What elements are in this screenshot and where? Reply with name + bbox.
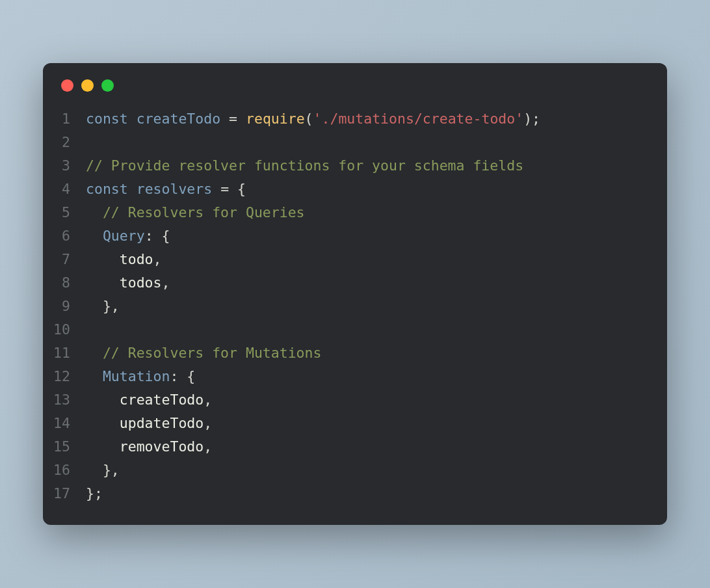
code-content[interactable] (86, 318, 94, 341)
line-number: 14 (43, 412, 86, 435)
code-token: = (220, 181, 229, 197)
code-token (86, 368, 103, 384)
close-icon[interactable] (61, 79, 73, 92)
window-titlebar (43, 63, 667, 103)
code-content[interactable]: // Provide resolver functions for your s… (86, 154, 523, 178)
line-number: 3 (43, 154, 86, 178)
line-number: 6 (43, 224, 86, 248)
line-number: 17 (43, 482, 86, 505)
code-line[interactable]: 2 (43, 131, 667, 154)
line-number: 13 (43, 388, 86, 412)
code-token (212, 181, 220, 197)
code-token (220, 111, 229, 127)
code-content[interactable]: // Resolvers for Mutations (86, 341, 321, 365)
line-number: 5 (43, 201, 86, 224)
code-token (237, 111, 246, 127)
code-line[interactable]: 15 removeTodo, (43, 435, 667, 459)
code-token: { (229, 181, 246, 197)
code-token (86, 392, 120, 408)
code-token: : { (145, 228, 170, 244)
code-token: , (204, 438, 212, 455)
code-line[interactable]: 5 // Resolvers for Queries (43, 201, 667, 224)
code-line[interactable]: 3// Provide resolver functions for your … (43, 154, 667, 178)
code-token: createTodo (137, 111, 220, 127)
code-content[interactable]: // Resolvers for Queries (86, 201, 305, 224)
code-line[interactable]: 10 (43, 318, 667, 341)
code-token: todo (120, 251, 153, 267)
code-token: }, (86, 462, 120, 478)
code-token: const (86, 181, 128, 197)
code-content[interactable]: todos, (86, 271, 170, 295)
code-content[interactable]: }; (86, 482, 103, 505)
code-line[interactable]: 14 updateTodo, (43, 412, 667, 435)
code-token (128, 111, 137, 127)
code-window: 1const createTodo = require('./mutations… (43, 63, 667, 525)
code-token: Query (103, 228, 145, 244)
code-token: resolvers (137, 181, 213, 197)
code-content[interactable]: createTodo, (86, 388, 212, 412)
code-content[interactable]: removeTodo, (86, 435, 212, 459)
code-token: }, (86, 298, 120, 314)
code-token: todos (120, 274, 162, 291)
line-number: 10 (43, 318, 86, 341)
line-number: 11 (43, 341, 86, 365)
code-content[interactable]: updateTodo, (86, 412, 212, 435)
code-token: = (229, 111, 237, 127)
code-token: const (86, 111, 128, 127)
code-line[interactable]: 16 }, (43, 459, 667, 482)
code-token: removeTodo (120, 438, 204, 455)
code-token (86, 204, 103, 220)
code-token (86, 438, 120, 455)
code-token: createTodo (120, 392, 204, 408)
code-token: // Provide resolver functions for your s… (86, 157, 523, 174)
code-content[interactable]: const resolvers = { (86, 178, 246, 201)
code-token: updateTodo (120, 415, 204, 431)
code-token: : { (170, 368, 195, 384)
code-line[interactable]: 7 todo, (43, 248, 667, 271)
code-token (86, 415, 120, 431)
code-token (86, 274, 120, 291)
code-token: , (204, 392, 212, 408)
code-line[interactable]: 13 createTodo, (43, 388, 667, 412)
line-number: 16 (43, 459, 86, 482)
code-line[interactable]: 4const resolvers = { (43, 178, 667, 201)
code-token: // Resolvers for Queries (103, 204, 305, 220)
zoom-icon[interactable] (101, 79, 114, 92)
code-content[interactable]: todo, (86, 248, 162, 271)
code-token: ); (523, 111, 540, 127)
code-editor[interactable]: 1const createTodo = require('./mutations… (43, 103, 667, 505)
code-token: }; (86, 485, 103, 501)
line-number: 15 (43, 435, 86, 459)
code-token: , (153, 251, 162, 267)
code-content[interactable]: }, (86, 459, 120, 482)
code-token: Mutation (103, 368, 170, 384)
code-token: , (204, 415, 212, 431)
line-number: 4 (43, 178, 86, 201)
code-token (86, 251, 120, 267)
line-number: 1 (43, 107, 86, 131)
code-line[interactable]: 17}; (43, 482, 667, 505)
code-line[interactable]: 11 // Resolvers for Mutations (43, 341, 667, 365)
code-token: ( (305, 111, 313, 127)
code-line[interactable]: 12 Mutation: { (43, 365, 667, 388)
line-number: 8 (43, 271, 86, 295)
code-content[interactable] (86, 131, 94, 154)
line-number: 2 (43, 131, 86, 154)
line-number: 9 (43, 295, 86, 318)
code-content[interactable]: Query: { (86, 224, 170, 248)
line-number: 12 (43, 365, 86, 388)
minimize-icon[interactable] (81, 79, 94, 92)
code-token: './mutations/create-todo' (313, 111, 524, 127)
code-content[interactable]: const createTodo = require('./mutations/… (86, 107, 540, 131)
code-token: require (246, 111, 305, 127)
code-content[interactable]: Mutation: { (86, 365, 195, 388)
code-line[interactable]: 9 }, (43, 295, 667, 318)
code-line[interactable]: 6 Query: { (43, 224, 667, 248)
code-line[interactable]: 8 todos, (43, 271, 667, 295)
code-token (86, 345, 103, 361)
code-token: , (162, 274, 170, 291)
code-line[interactable]: 1const createTodo = require('./mutations… (43, 107, 667, 131)
code-token (128, 181, 137, 197)
code-token: // Resolvers for Mutations (103, 345, 322, 361)
code-content[interactable]: }, (86, 295, 120, 318)
